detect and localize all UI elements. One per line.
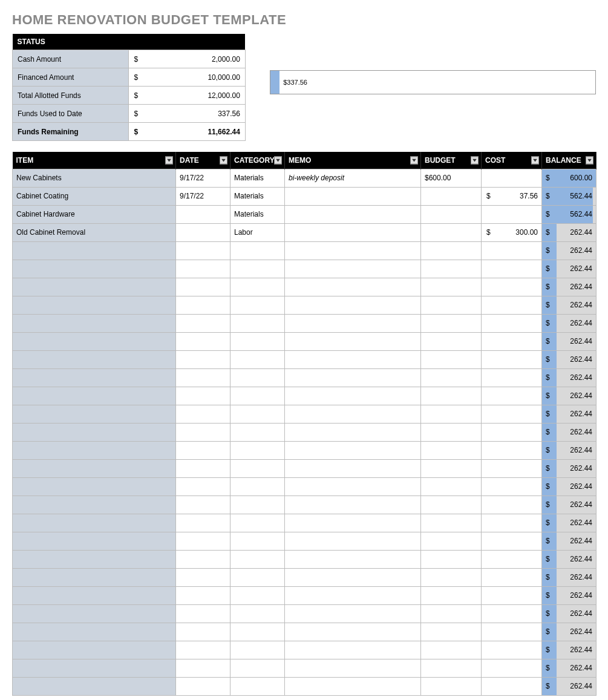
cell-item[interactable] xyxy=(13,532,176,550)
cell-budget[interactable] xyxy=(421,677,482,695)
cell-memo[interactable] xyxy=(285,659,421,677)
cell-budget[interactable] xyxy=(421,332,482,350)
cell-memo[interactable] xyxy=(285,368,421,387)
cell-budget[interactable] xyxy=(421,187,482,205)
cell-budget[interactable] xyxy=(421,496,482,514)
cell-budget[interactable] xyxy=(421,314,482,332)
cell-category[interactable] xyxy=(230,441,285,459)
filter-dropdown-icon[interactable] xyxy=(531,156,539,164)
cell-category[interactable] xyxy=(230,296,285,314)
cell-date[interactable]: 9/17/22 xyxy=(176,187,230,205)
cell-category[interactable]: Materials xyxy=(230,205,285,223)
cell-memo[interactable] xyxy=(285,332,421,350)
cell-category[interactable] xyxy=(230,459,285,477)
cell-category[interactable] xyxy=(230,405,285,423)
cell-date[interactable] xyxy=(176,459,230,477)
cell-budget[interactable] xyxy=(421,623,482,641)
filter-dropdown-icon[interactable] xyxy=(471,156,479,164)
cell-memo[interactable] xyxy=(285,187,421,205)
cell-memo[interactable] xyxy=(285,296,421,314)
cell-budget[interactable] xyxy=(421,459,482,477)
cell-budget[interactable]: $600.00 xyxy=(421,169,482,187)
filter-dropdown-icon[interactable] xyxy=(586,156,593,164)
cell-date[interactable] xyxy=(176,532,230,550)
column-header-budget[interactable]: BUDGET xyxy=(421,152,482,169)
cell-item[interactable] xyxy=(13,477,176,496)
cell-date[interactable] xyxy=(176,332,230,350)
cell-memo[interactable] xyxy=(285,550,421,568)
cell-memo[interactable] xyxy=(285,441,421,459)
cell-memo[interactable] xyxy=(285,532,421,550)
cell-cost[interactable]: $300.00 xyxy=(482,223,542,241)
cell-budget[interactable] xyxy=(421,532,482,550)
cell-cost[interactable] xyxy=(482,677,542,695)
filter-dropdown-icon[interactable] xyxy=(274,156,282,164)
cell-item[interactable] xyxy=(13,514,176,532)
cell-date[interactable] xyxy=(176,205,230,223)
filter-dropdown-icon[interactable] xyxy=(220,156,227,164)
filter-dropdown-icon[interactable] xyxy=(410,156,418,164)
cell-item[interactable] xyxy=(13,332,176,350)
cell-cost[interactable] xyxy=(482,278,542,296)
cell-cost[interactable] xyxy=(482,532,542,550)
cell-category[interactable] xyxy=(230,423,285,441)
cell-memo[interactable] xyxy=(285,387,421,405)
cell-budget[interactable] xyxy=(421,205,482,223)
cell-category[interactable] xyxy=(230,604,285,623)
cell-date[interactable] xyxy=(176,260,230,278)
cell-category[interactable] xyxy=(230,677,285,695)
cell-item[interactable] xyxy=(13,441,176,459)
cell-category[interactable] xyxy=(230,550,285,568)
cell-budget[interactable] xyxy=(421,423,482,441)
cell-date[interactable] xyxy=(176,496,230,514)
column-header-memo[interactable]: MEMO xyxy=(285,152,421,169)
cell-budget[interactable] xyxy=(421,441,482,459)
cell-budget[interactable] xyxy=(421,550,482,568)
cell-item[interactable] xyxy=(13,387,176,405)
cell-cost[interactable] xyxy=(482,169,542,187)
cell-item[interactable] xyxy=(13,296,176,314)
cell-budget[interactable] xyxy=(421,405,482,423)
cell-item[interactable] xyxy=(13,350,176,368)
cell-item[interactable] xyxy=(13,260,176,278)
cell-memo[interactable] xyxy=(285,586,421,604)
cell-item[interactable] xyxy=(13,677,176,695)
cell-cost[interactable]: $37.56 xyxy=(482,187,542,205)
cell-cost[interactable] xyxy=(482,241,542,260)
cell-memo[interactable] xyxy=(285,514,421,532)
cell-date[interactable] xyxy=(176,568,230,586)
cell-item[interactable] xyxy=(13,368,176,387)
cell-item[interactable] xyxy=(13,623,176,641)
cell-category[interactable] xyxy=(230,278,285,296)
cell-memo[interactable] xyxy=(285,350,421,368)
cell-memo[interactable] xyxy=(285,623,421,641)
cell-item[interactable] xyxy=(13,241,176,260)
cell-cost[interactable] xyxy=(482,423,542,441)
cell-cost[interactable] xyxy=(482,260,542,278)
cell-item[interactable] xyxy=(13,568,176,586)
cell-budget[interactable] xyxy=(421,586,482,604)
cell-budget[interactable] xyxy=(421,659,482,677)
cell-category[interactable] xyxy=(230,241,285,260)
cell-budget[interactable] xyxy=(421,604,482,623)
cell-date[interactable] xyxy=(176,405,230,423)
cell-memo[interactable]: bi-weekly deposit xyxy=(285,169,421,187)
cell-cost[interactable] xyxy=(482,604,542,623)
cell-date[interactable] xyxy=(176,477,230,496)
cell-date[interactable] xyxy=(176,241,230,260)
cell-date[interactable] xyxy=(176,368,230,387)
cell-budget[interactable] xyxy=(421,296,482,314)
cell-date[interactable] xyxy=(176,223,230,241)
cell-date[interactable] xyxy=(176,441,230,459)
cell-date[interactable]: 9/17/22 xyxy=(176,169,230,187)
cell-category[interactable]: Materials xyxy=(230,169,285,187)
cell-item[interactable]: Cabinet Coating xyxy=(13,187,176,205)
cell-memo[interactable] xyxy=(285,641,421,659)
cell-category[interactable]: Materials xyxy=(230,187,285,205)
cell-category[interactable] xyxy=(230,368,285,387)
cell-memo[interactable] xyxy=(285,459,421,477)
cell-budget[interactable] xyxy=(421,641,482,659)
cell-category[interactable] xyxy=(230,641,285,659)
cell-item[interactable] xyxy=(13,278,176,296)
cell-memo[interactable] xyxy=(285,241,421,260)
